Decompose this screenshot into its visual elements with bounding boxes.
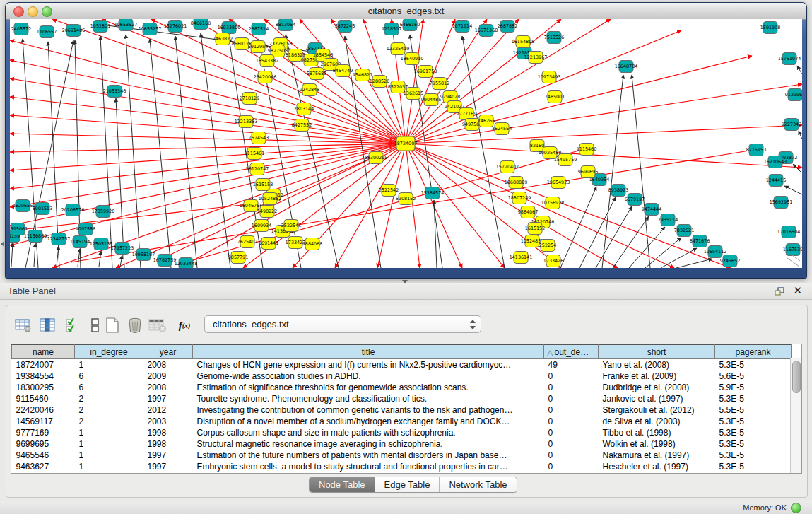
citation-edge-red[interactable] bbox=[406, 144, 802, 168]
table-cell[interactable]: Yano et al. (2008) bbox=[599, 359, 715, 371]
citation-edge-black[interactable] bbox=[560, 187, 596, 268]
table-cell[interactable]: 0 bbox=[544, 450, 599, 461]
scrollbar-thumb[interactable] bbox=[792, 361, 801, 393]
table-cell[interactable]: Embryonic stem cells: a model to study s… bbox=[193, 461, 544, 472]
memory-ok-indicator-icon[interactable] bbox=[791, 503, 801, 513]
table-cell[interactable]: 2003 bbox=[143, 416, 193, 427]
table-row[interactable]: 969969511998Structural magnetic resonanc… bbox=[12, 438, 792, 450]
citation-edge-black[interactable] bbox=[126, 35, 141, 268]
table-cell[interactable]: 2 bbox=[75, 393, 143, 404]
table-cell[interactable]: Corpus callosum shape and size in male p… bbox=[193, 427, 544, 438]
citation-edge-red[interactable] bbox=[10, 97, 406, 144]
tab-network-table[interactable]: Network Table bbox=[440, 477, 516, 492]
table-cell[interactable]: 0 bbox=[544, 416, 599, 427]
citation-edge-black[interactable] bbox=[120, 255, 122, 267]
table-cell[interactable]: Tourette syndrome. Phenomenology and cla… bbox=[193, 393, 544, 404]
float-panel-icon[interactable] bbox=[775, 286, 784, 296]
table-cell[interactable]: 19384554 bbox=[12, 370, 75, 382]
citation-edge-black[interactable] bbox=[34, 243, 35, 267]
table-cell[interactable]: Tibbo et al. (1998) bbox=[599, 427, 715, 438]
table-row[interactable]: 977716911998Corpus callosum shape and si… bbox=[12, 427, 792, 438]
table-cell[interactable]: Structural magnetic resonance image aver… bbox=[193, 438, 544, 450]
column-header-pagerank[interactable]: pagerank bbox=[715, 345, 792, 359]
table-cell[interactable]: Franke et al. (2009) bbox=[599, 370, 715, 382]
table-row[interactable]: 1938455462009Genome-wide association stu… bbox=[12, 370, 792, 382]
table-cell[interactable]: 1 bbox=[75, 450, 143, 461]
table-cell[interactable]: Changes of HCN gene expression and I(f) … bbox=[193, 359, 544, 371]
column-header-short[interactable]: short bbox=[599, 345, 715, 359]
table-row[interactable]: 946554611997Estimation of the future num… bbox=[12, 450, 792, 461]
network-canvas[interactable]: 2405572110655720691406195280110653527106… bbox=[10, 19, 802, 268]
table-cell[interactable]: 5.3E-5 bbox=[715, 359, 792, 371]
resize-grip-icon[interactable] bbox=[787, 255, 800, 267]
citation-edge-red[interactable] bbox=[10, 134, 406, 144]
table-cell[interactable]: 1 bbox=[75, 438, 143, 450]
table-cell[interactable]: Dudbridge et al. (2008) bbox=[599, 382, 715, 393]
citation-edge-red[interactable] bbox=[10, 144, 406, 207]
table-cell[interactable]: 5.3E-5 bbox=[715, 461, 792, 472]
table-cell[interactable]: 2008 bbox=[143, 359, 193, 371]
table-cell[interactable]: 6 bbox=[75, 370, 143, 382]
citation-edge-black[interactable] bbox=[175, 36, 197, 268]
table-row[interactable]: 1830029562008Estimation of significance … bbox=[12, 382, 792, 393]
table-cell[interactable]: 2009 bbox=[143, 370, 193, 382]
citation-edge-red[interactable] bbox=[406, 30, 681, 144]
table-cell[interactable]: Investigating the contribution of common… bbox=[193, 404, 544, 416]
table-mode-icon[interactable] bbox=[13, 315, 33, 335]
citation-edge-red[interactable] bbox=[10, 144, 406, 245]
table-cell[interactable]: 14569117 bbox=[12, 416, 75, 427]
table-cell[interactable]: 1997 bbox=[143, 393, 193, 404]
citation-edge-black[interactable] bbox=[462, 36, 505, 268]
table-cell[interactable]: Wolkin et al. (1998) bbox=[599, 438, 715, 450]
table-cell[interactable]: 5.6E-5 bbox=[715, 370, 792, 382]
table-row[interactable]: 946362711997Embryonic stem cells: a mode… bbox=[12, 461, 792, 472]
table-cell[interactable]: 22420046 bbox=[12, 404, 75, 416]
select-rows-icon[interactable] bbox=[63, 315, 83, 335]
table-cell[interactable]: 5.3E-5 bbox=[715, 416, 792, 427]
table-cell[interactable]: Stergiakouli et al. (2012) bbox=[599, 404, 715, 416]
table-cell[interactable]: 6 bbox=[75, 382, 143, 393]
table-cell[interactable]: 5.3E-5 bbox=[715, 438, 792, 450]
table-cell[interactable]: 1997 bbox=[143, 450, 193, 461]
table-cell[interactable]: 9777169 bbox=[12, 427, 75, 438]
table-cell[interactable]: 18300295 bbox=[12, 382, 75, 393]
table-cell[interactable]: 0 bbox=[544, 438, 599, 450]
table-vertical-scrollbar[interactable] bbox=[790, 358, 801, 473]
table-cell[interactable]: 5.3E-5 bbox=[715, 393, 792, 404]
table-cell[interactable]: 5.9E-5 bbox=[715, 382, 792, 393]
citation-edge-black[interactable] bbox=[78, 249, 80, 267]
citation-edge-black[interactable] bbox=[784, 186, 802, 194]
citation-edge-black[interactable] bbox=[100, 36, 112, 268]
table-cell[interactable]: 0 bbox=[544, 404, 599, 416]
table-cell[interactable]: 9463627 bbox=[12, 461, 75, 472]
citation-edge-black[interactable] bbox=[661, 248, 697, 268]
table-row[interactable]: 1456911722003Disruption of a novel membe… bbox=[12, 416, 792, 427]
citation-edge-black[interactable] bbox=[676, 259, 712, 268]
table-cell[interactable]: 49 bbox=[544, 359, 599, 371]
table-cell[interactable]: 0 bbox=[544, 427, 599, 438]
collapse-left-arrow-icon[interactable] bbox=[1, 241, 4, 247]
table-cell[interactable]: 1998 bbox=[143, 438, 193, 450]
citation-edge-black[interactable] bbox=[579, 197, 616, 268]
citation-edge-red[interactable] bbox=[406, 19, 423, 144]
table-cell[interactable]: 18724007 bbox=[12, 359, 75, 371]
close-panel-icon[interactable]: ✕ bbox=[793, 284, 802, 297]
table-row[interactable]: 1872400712008Changes of HCN gene express… bbox=[12, 359, 792, 371]
network-canvas-container[interactable]: 2405572110655720691406195280110653527106… bbox=[10, 19, 802, 268]
tab-node-table[interactable]: Node Table bbox=[310, 477, 375, 492]
tab-edge-table[interactable]: Edge Table bbox=[375, 477, 440, 492]
table-cell[interactable]: Genome-wide association studies in ADHD. bbox=[193, 370, 544, 382]
table-cell[interactable]: 0 bbox=[544, 393, 599, 404]
table-cell[interactable]: 1998 bbox=[143, 427, 193, 438]
delete-columns-icon[interactable] bbox=[125, 315, 145, 335]
column-header-year[interactable]: year bbox=[143, 345, 193, 359]
table-cell[interactable]: de Silva et al. (2003) bbox=[599, 416, 715, 427]
citation-edge-black[interactable] bbox=[11, 243, 13, 267]
citation-edge-black[interactable] bbox=[793, 164, 802, 173]
citation-edge-black[interactable] bbox=[150, 39, 171, 268]
table-cell[interactable]: 1 bbox=[75, 359, 143, 371]
table-cell[interactable]: 2012 bbox=[143, 404, 193, 416]
table-cell[interactable]: 5.3E-5 bbox=[715, 427, 792, 438]
citation-edge-black[interactable] bbox=[632, 75, 650, 268]
table-panel-titlebar[interactable]: Table Panel ✕ bbox=[0, 283, 812, 300]
